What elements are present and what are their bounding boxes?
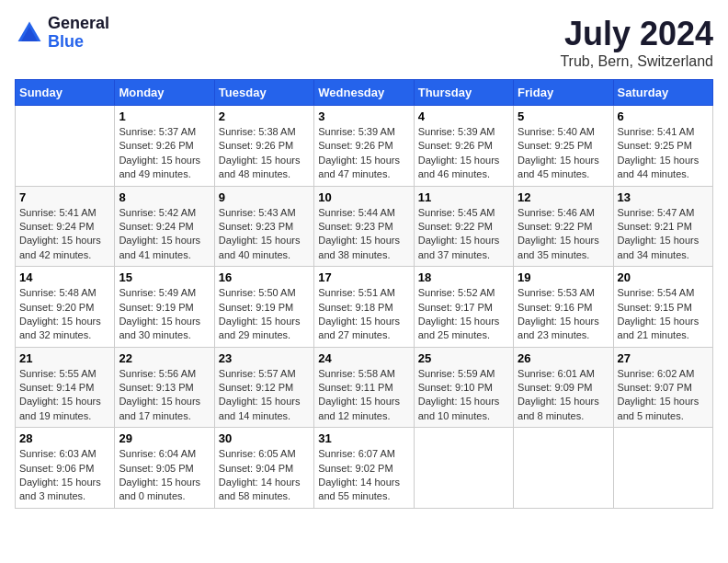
week-row-2: 7Sunrise: 5:41 AM Sunset: 9:24 PM Daylig… xyxy=(16,186,713,267)
day-info: Sunrise: 5:57 AM Sunset: 9:12 PM Dayligh… xyxy=(219,367,310,424)
day-info: Sunrise: 6:01 AM Sunset: 9:09 PM Dayligh… xyxy=(518,367,609,424)
day-cell: 1Sunrise: 5:37 AM Sunset: 9:26 PM Daylig… xyxy=(115,106,214,187)
logo: General Blue xyxy=(15,15,109,52)
day-number: 24 xyxy=(318,351,409,365)
day-number: 4 xyxy=(418,109,509,123)
day-number: 14 xyxy=(19,270,110,284)
header-row: SundayMondayTuesdayWednesdayThursdayFrid… xyxy=(16,80,713,106)
day-cell: 23Sunrise: 5:57 AM Sunset: 9:12 PM Dayli… xyxy=(214,347,313,428)
day-info: Sunrise: 5:47 AM Sunset: 9:21 PM Dayligh… xyxy=(618,206,709,263)
day-cell xyxy=(16,106,115,187)
day-cell: 11Sunrise: 5:45 AM Sunset: 9:22 PM Dayli… xyxy=(414,186,513,267)
day-cell xyxy=(613,428,712,509)
day-info: Sunrise: 5:37 AM Sunset: 9:26 PM Dayligh… xyxy=(119,125,210,182)
day-cell xyxy=(414,428,513,509)
day-info: Sunrise: 6:02 AM Sunset: 9:07 PM Dayligh… xyxy=(618,367,709,424)
page-header: General Blue July 2024 Trub, Bern, Switz… xyxy=(15,15,713,70)
day-cell: 16Sunrise: 5:50 AM Sunset: 9:19 PM Dayli… xyxy=(214,267,313,348)
week-row-1: 1Sunrise: 5:37 AM Sunset: 9:26 PM Daylig… xyxy=(16,106,713,187)
day-info: Sunrise: 6:04 AM Sunset: 9:05 PM Dayligh… xyxy=(119,447,210,504)
day-info: Sunrise: 5:39 AM Sunset: 9:26 PM Dayligh… xyxy=(318,125,409,182)
day-number: 28 xyxy=(19,431,110,445)
calendar-header: SundayMondayTuesdayWednesdayThursdayFrid… xyxy=(16,80,713,106)
logo-text: General Blue xyxy=(48,15,109,52)
day-info: Sunrise: 5:54 AM Sunset: 9:15 PM Dayligh… xyxy=(618,286,709,343)
week-row-4: 21Sunrise: 5:55 AM Sunset: 9:14 PM Dayli… xyxy=(16,347,713,428)
day-number: 25 xyxy=(418,351,509,365)
day-cell: 19Sunrise: 5:53 AM Sunset: 9:16 PM Dayli… xyxy=(514,267,613,348)
day-cell: 21Sunrise: 5:55 AM Sunset: 9:14 PM Dayli… xyxy=(16,347,115,428)
day-info: Sunrise: 6:07 AM Sunset: 9:02 PM Dayligh… xyxy=(318,447,409,504)
day-info: Sunrise: 5:59 AM Sunset: 9:10 PM Dayligh… xyxy=(418,367,509,424)
day-cell: 5Sunrise: 5:40 AM Sunset: 9:25 PM Daylig… xyxy=(514,106,613,187)
day-cell: 26Sunrise: 6:01 AM Sunset: 9:09 PM Dayli… xyxy=(514,347,613,428)
day-number: 3 xyxy=(318,109,409,123)
day-number: 2 xyxy=(219,109,310,123)
day-info: Sunrise: 6:05 AM Sunset: 9:04 PM Dayligh… xyxy=(219,447,310,504)
day-number: 1 xyxy=(119,109,210,123)
logo-blue: Blue xyxy=(48,33,109,52)
day-header-monday: Monday xyxy=(115,80,214,106)
day-info: Sunrise: 5:38 AM Sunset: 9:26 PM Dayligh… xyxy=(219,125,310,182)
day-info: Sunrise: 5:41 AM Sunset: 9:25 PM Dayligh… xyxy=(618,125,709,182)
day-cell: 6Sunrise: 5:41 AM Sunset: 9:25 PM Daylig… xyxy=(613,106,712,187)
day-cell: 29Sunrise: 6:04 AM Sunset: 9:05 PM Dayli… xyxy=(115,428,214,509)
day-header-tuesday: Tuesday xyxy=(214,80,313,106)
day-header-sunday: Sunday xyxy=(16,80,115,106)
day-info: Sunrise: 5:41 AM Sunset: 9:24 PM Dayligh… xyxy=(19,206,110,263)
day-number: 5 xyxy=(518,109,609,123)
day-cell: 2Sunrise: 5:38 AM Sunset: 9:26 PM Daylig… xyxy=(214,106,313,187)
day-info: Sunrise: 5:50 AM Sunset: 9:19 PM Dayligh… xyxy=(219,286,310,343)
day-info: Sunrise: 5:45 AM Sunset: 9:22 PM Dayligh… xyxy=(418,206,509,263)
day-cell: 13Sunrise: 5:47 AM Sunset: 9:21 PM Dayli… xyxy=(613,186,712,267)
day-number: 21 xyxy=(19,351,110,365)
day-number: 29 xyxy=(119,431,210,445)
day-number: 20 xyxy=(618,270,709,284)
day-number: 22 xyxy=(119,351,210,365)
day-cell: 30Sunrise: 6:05 AM Sunset: 9:04 PM Dayli… xyxy=(214,428,313,509)
day-cell: 22Sunrise: 5:56 AM Sunset: 9:13 PM Dayli… xyxy=(115,347,214,428)
day-info: Sunrise: 5:40 AM Sunset: 9:25 PM Dayligh… xyxy=(518,125,609,182)
day-info: Sunrise: 5:51 AM Sunset: 9:18 PM Dayligh… xyxy=(318,286,409,343)
day-number: 30 xyxy=(219,431,310,445)
title-block: July 2024 Trub, Bern, Switzerland xyxy=(560,15,713,70)
day-cell: 4Sunrise: 5:39 AM Sunset: 9:26 PM Daylig… xyxy=(414,106,513,187)
day-header-thursday: Thursday xyxy=(414,80,513,106)
day-number: 8 xyxy=(119,190,210,204)
day-number: 23 xyxy=(219,351,310,365)
day-number: 16 xyxy=(219,270,310,284)
day-info: Sunrise: 5:46 AM Sunset: 9:22 PM Dayligh… xyxy=(518,206,609,263)
day-info: Sunrise: 5:43 AM Sunset: 9:23 PM Dayligh… xyxy=(219,206,310,263)
day-number: 17 xyxy=(318,270,409,284)
day-number: 27 xyxy=(618,351,709,365)
day-cell: 14Sunrise: 5:48 AM Sunset: 9:20 PM Dayli… xyxy=(16,267,115,348)
day-number: 26 xyxy=(518,351,609,365)
day-cell: 27Sunrise: 6:02 AM Sunset: 9:07 PM Dayli… xyxy=(613,347,712,428)
day-cell: 31Sunrise: 6:07 AM Sunset: 9:02 PM Dayli… xyxy=(314,428,414,509)
location: Trub, Bern, Switzerland xyxy=(560,53,713,70)
day-number: 18 xyxy=(418,270,509,284)
day-info: Sunrise: 6:03 AM Sunset: 9:06 PM Dayligh… xyxy=(19,447,110,504)
day-info: Sunrise: 5:44 AM Sunset: 9:23 PM Dayligh… xyxy=(318,206,409,263)
day-cell: 28Sunrise: 6:03 AM Sunset: 9:06 PM Dayli… xyxy=(16,428,115,509)
day-cell: 9Sunrise: 5:43 AM Sunset: 9:23 PM Daylig… xyxy=(214,186,313,267)
day-number: 31 xyxy=(318,431,409,445)
day-cell: 3Sunrise: 5:39 AM Sunset: 9:26 PM Daylig… xyxy=(314,106,414,187)
day-cell: 7Sunrise: 5:41 AM Sunset: 9:24 PM Daylig… xyxy=(16,186,115,267)
day-number: 12 xyxy=(518,190,609,204)
day-info: Sunrise: 5:58 AM Sunset: 9:11 PM Dayligh… xyxy=(318,367,409,424)
day-number: 6 xyxy=(618,109,709,123)
month-year: July 2024 xyxy=(560,15,713,53)
day-cell: 25Sunrise: 5:59 AM Sunset: 9:10 PM Dayli… xyxy=(414,347,513,428)
day-number: 9 xyxy=(219,190,310,204)
day-number: 19 xyxy=(518,270,609,284)
day-header-friday: Friday xyxy=(514,80,613,106)
day-number: 11 xyxy=(418,190,509,204)
calendar-table: SundayMondayTuesdayWednesdayThursdayFrid… xyxy=(15,79,713,509)
day-info: Sunrise: 5:52 AM Sunset: 9:17 PM Dayligh… xyxy=(418,286,509,343)
week-row-3: 14Sunrise: 5:48 AM Sunset: 9:20 PM Dayli… xyxy=(16,267,713,348)
logo-general: General xyxy=(48,15,109,33)
day-cell: 17Sunrise: 5:51 AM Sunset: 9:18 PM Dayli… xyxy=(314,267,414,348)
day-cell: 20Sunrise: 5:54 AM Sunset: 9:15 PM Dayli… xyxy=(613,267,712,348)
day-cell xyxy=(514,428,613,509)
